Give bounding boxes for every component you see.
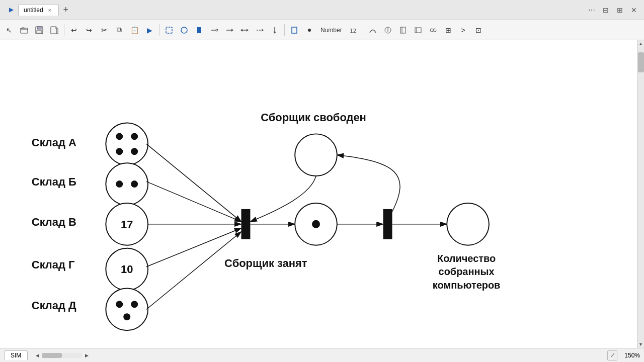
svg-marker-13 <box>240 29 243 32</box>
arc-weight-btn[interactable] <box>366 23 380 37</box>
label-warehouse-b: Склад Б <box>32 175 76 188</box>
game-ctrl-btn[interactable]: ⊞ <box>441 23 455 37</box>
run-btn[interactable]: ▶ <box>142 23 156 37</box>
svg-rect-3 <box>37 31 42 33</box>
label-warehouse-a: Склад А <box>32 136 76 149</box>
scroll-left-btn[interactable]: ◀ <box>34 352 41 359</box>
token-p3-label: 17 <box>121 218 133 231</box>
number-tool-btn[interactable]: 123 <box>346 23 360 37</box>
token-p5-3 <box>123 313 130 320</box>
zoom-level: ⤢ <box>607 350 617 360</box>
save-btn[interactable] <box>32 23 46 37</box>
scroll-thumb-h[interactable] <box>42 353 62 358</box>
label-computer-count-3: компьютеров <box>433 280 501 291</box>
sep4 <box>363 24 363 36</box>
marking-btn[interactable] <box>411 23 425 37</box>
fit-view-btn[interactable]: ⤢ <box>607 350 617 360</box>
svg-marker-16 <box>262 29 264 32</box>
scroll-track-h <box>42 353 82 358</box>
scroll-up-btn[interactable]: ▲ <box>637 40 645 47</box>
place-priority-btn[interactable] <box>381 23 395 37</box>
token-p1-4 <box>131 148 138 155</box>
minimize-btn[interactable]: ⊟ <box>600 4 612 16</box>
arc-p5-t1 <box>146 232 241 310</box>
sep2 <box>159 24 159 36</box>
window-menu-btn[interactable]: ▶ <box>4 3 18 17</box>
svg-rect-19 <box>292 27 297 33</box>
horizontal-scrollbar[interactable]: ◀ ▶ <box>34 352 90 359</box>
window-controls: ⋯ ⊟ ⊞ ✕ <box>586 4 640 16</box>
label-warehouse-g: Склад Г <box>32 258 75 271</box>
token-tool-btn[interactable] <box>302 23 316 37</box>
transition-rect-tool-btn[interactable] <box>192 23 206 37</box>
undo-btn[interactable]: ↩ <box>67 23 81 37</box>
token-p5-2 <box>131 301 138 308</box>
token-p5-1 <box>116 301 123 308</box>
zoom-percentage: 150% <box>624 352 640 359</box>
redo-btn[interactable]: ↪ <box>82 23 96 37</box>
token-p2-1 <box>116 180 123 188</box>
arc-p2-t1 <box>146 182 241 222</box>
transition-t1[interactable] <box>241 209 250 239</box>
main-area: Склад А Склад Б Склад В Склад Г Склад Д … <box>0 40 644 348</box>
label-assembler-busy: Сборщик занят <box>224 257 307 269</box>
more-options-btn[interactable]: ⋯ <box>586 4 598 16</box>
diagram-svg: Склад А Склад Б Склад В Склад Г Склад Д … <box>0 40 637 348</box>
more-tools-btn[interactable]: > <box>456 23 470 37</box>
place-circle-tool-btn[interactable] <box>177 23 191 37</box>
token-p1-2 <box>131 133 138 140</box>
place-p2[interactable] <box>106 163 148 205</box>
token-p7-center <box>312 220 320 228</box>
bidir-arc-tool-btn[interactable] <box>237 23 252 37</box>
place-p8[interactable] <box>447 203 489 245</box>
transition-tool2-btn[interactable] <box>287 23 301 37</box>
open-btn[interactable] <box>17 23 31 37</box>
svg-rect-4 <box>51 27 56 34</box>
firing-btn[interactable] <box>426 23 440 37</box>
extra-btn[interactable]: ⊡ <box>471 23 486 37</box>
main-tab[interactable]: untitled × <box>18 4 59 16</box>
select-tool-btn[interactable] <box>162 23 176 37</box>
transition-t2[interactable] <box>383 209 392 239</box>
svg-point-29 <box>433 29 436 32</box>
scroll-thumb-v[interactable] <box>638 52 644 72</box>
scroll-track-v <box>637 47 645 341</box>
sim-tab[interactable]: SIM <box>4 350 28 360</box>
svg-marker-18 <box>273 32 276 34</box>
arc-tool-btn[interactable] <box>222 23 236 37</box>
label-warehouse-v: Склад В <box>32 216 76 228</box>
capacity-tool-btn[interactable] <box>268 23 282 37</box>
cut-btn[interactable]: ✂ <box>97 23 111 37</box>
reset-arc-tool-btn[interactable] <box>253 23 267 37</box>
svg-rect-5 <box>166 27 172 33</box>
close-btn[interactable]: ✕ <box>628 4 640 16</box>
maximize-btn[interactable]: ⊞ <box>614 4 626 16</box>
token-p1-3 <box>116 148 123 155</box>
titlebar: ▶ untitled × + ⋯ ⊟ ⊞ ✕ <box>0 0 644 20</box>
save-as-btn[interactable] <box>47 23 61 37</box>
paste-btn[interactable]: 📋 <box>127 23 141 37</box>
svg-rect-26 <box>415 28 421 33</box>
arc-p1-t1 <box>146 144 241 222</box>
guard-btn[interactable] <box>396 23 410 37</box>
tab-bar: ▶ untitled × + <box>4 0 72 20</box>
svg-point-20 <box>308 29 311 32</box>
bottom-bar: SIM ◀ ▶ ⤢ 150% <box>0 348 644 362</box>
text-tool-btn[interactable]: Number <box>317 23 345 37</box>
vertical-scrollbar[interactable]: ▲ ▼ <box>637 40 644 348</box>
tab-close-btn[interactable]: × <box>46 7 53 14</box>
place-p5[interactable] <box>106 288 148 330</box>
svg-rect-7 <box>197 27 201 33</box>
inhibitor-arc-tool-btn[interactable] <box>207 23 221 37</box>
pointer-tool-btn[interactable]: ↖ <box>2 23 16 37</box>
tab-title: untitled <box>24 7 43 14</box>
scroll-down-btn[interactable]: ▼ <box>637 341 645 348</box>
svg-rect-24 <box>400 27 406 33</box>
place-p6[interactable] <box>295 134 337 176</box>
copy-btn[interactable]: ⧉ <box>112 23 126 37</box>
place-p1[interactable] <box>106 123 148 165</box>
add-tab-btn[interactable]: + <box>60 4 72 16</box>
canvas[interactable]: Склад А Склад Б Склад В Склад Г Склад Д … <box>0 40 637 348</box>
svg-marker-14 <box>247 29 249 32</box>
scroll-right-btn[interactable]: ▶ <box>83 352 90 359</box>
